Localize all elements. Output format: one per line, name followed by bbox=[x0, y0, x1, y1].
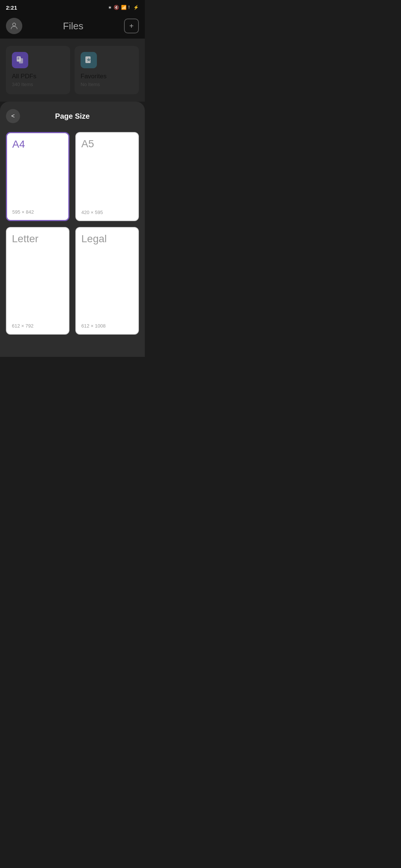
page-card-a5[interactable]: A5 420 × 595 bbox=[75, 132, 139, 221]
page-size-dims-letter: 612 × 792 bbox=[12, 320, 63, 329]
svg-rect-2 bbox=[19, 58, 23, 63]
page-card-letter[interactable]: Letter 612 × 792 bbox=[6, 227, 69, 335]
page-size-name-legal: Legal bbox=[81, 233, 133, 245]
files-section: All PDFs 340 Items Favorites No Items bbox=[0, 39, 145, 102]
back-button[interactable]: < bbox=[6, 109, 20, 123]
page-card-a4[interactable]: A4 595 × 842 bbox=[6, 132, 69, 221]
page-size-dims-legal: 612 × 1008 bbox=[81, 320, 133, 329]
favorites-icon bbox=[81, 52, 97, 68]
wifi-icon: 📶 bbox=[121, 5, 127, 10]
page-size-name-a4: A4 bbox=[12, 138, 63, 150]
chevron-left-icon: < bbox=[11, 113, 14, 119]
page-size-dims-a4: 595 × 842 bbox=[12, 206, 63, 215]
bluetooth-icon: ∗ bbox=[108, 5, 112, 10]
app-title: Files bbox=[63, 20, 84, 32]
alert-icon: ! bbox=[128, 5, 130, 10]
page-size-grid: A4 595 × 842 A5 420 × 595 Letter 612 × 7… bbox=[0, 129, 145, 342]
modal-panel: < Page Size A4 595 × 842 A5 420 × 595 Le… bbox=[0, 102, 145, 357]
mute-icon: 🔇 bbox=[114, 5, 119, 10]
svg-point-0 bbox=[13, 23, 16, 26]
all-pdfs-icon bbox=[12, 52, 28, 68]
favorites-name: Favorites bbox=[81, 73, 133, 80]
page-size-name-a5: A5 bbox=[81, 138, 133, 150]
add-button[interactable]: + bbox=[124, 19, 139, 33]
modal-header: < Page Size bbox=[0, 102, 145, 129]
favorites-count: No Items bbox=[81, 82, 133, 87]
page-card-legal[interactable]: Legal 612 × 1008 bbox=[75, 227, 139, 335]
plus-icon: + bbox=[129, 22, 134, 30]
avatar-button[interactable] bbox=[6, 18, 22, 34]
status-time: 2:21 bbox=[6, 4, 17, 11]
all-pdfs-count: 340 Items bbox=[12, 82, 64, 87]
page-size-dims-a5: 420 × 595 bbox=[81, 207, 133, 215]
status-bar: 2:21 ∗ 🔇 📶 ! ⚡ bbox=[0, 0, 145, 13]
status-icons: ∗ 🔇 📶 ! ⚡ bbox=[108, 5, 139, 10]
bolt-icon: ⚡ bbox=[133, 5, 139, 10]
modal-title: Page Size bbox=[20, 112, 125, 121]
app-header: Files + bbox=[0, 13, 145, 39]
all-pdfs-card[interactable]: All PDFs 340 Items bbox=[6, 46, 70, 94]
page-size-name-letter: Letter bbox=[12, 233, 63, 245]
favorites-card[interactable]: Favorites No Items bbox=[75, 46, 139, 94]
all-pdfs-name: All PDFs bbox=[12, 73, 64, 80]
